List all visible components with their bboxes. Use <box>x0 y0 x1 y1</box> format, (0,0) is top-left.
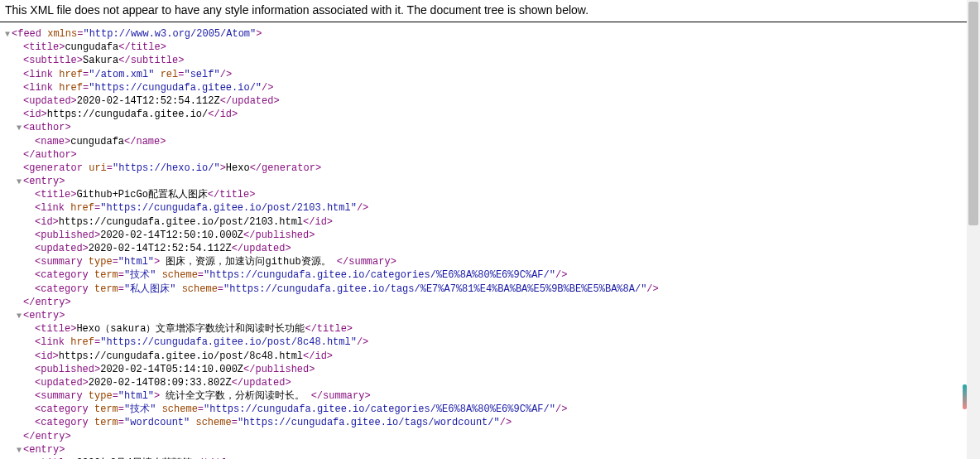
feed-open[interactable]: <feed <box>12 28 47 40</box>
entry-tag[interactable]: <entry> <box>23 310 65 321</box>
author-close[interactable]: </author> <box>23 149 77 161</box>
updated-text: 2020-02-14T12:52:54.112Z <box>77 95 220 107</box>
entry-title: Hexo（sakura）文章增添字数统计和阅读时长功能 <box>76 323 305 335</box>
collapse-toggle[interactable]: ▼ <box>3 29 12 41</box>
subtitle-tag[interactable]: <subtitle> <box>23 55 83 66</box>
xml-tree: ▼<feed xmlns="http://www.w3.org/2005/Ato… <box>0 27 980 459</box>
entry-tag[interactable]: <entry> <box>23 176 65 187</box>
generator-tag[interactable]: <generator <box>23 162 89 174</box>
link-tag[interactable]: <link <box>23 82 59 94</box>
scrollbar-thumb[interactable] <box>968 2 978 225</box>
divider <box>0 22 980 22</box>
entry-title: Github+PicGo配置私人图床 <box>76 189 207 201</box>
xml-notice: This XML file does not appear to have an… <box>0 0 980 20</box>
subtitle-text: Sakura <box>83 55 118 66</box>
name-tag[interactable]: <name> <box>35 136 70 147</box>
title-tag[interactable]: <title> <box>23 41 65 53</box>
attr-value: "http://www.w3.org/2005/Atom" <box>83 28 256 40</box>
title-text: cungudafa <box>65 41 118 53</box>
side-indicator-icon <box>963 384 967 409</box>
author-tag[interactable]: <author> <box>23 122 71 133</box>
id-tag[interactable]: <id> <box>23 109 47 120</box>
collapse-toggle[interactable]: ▼ <box>15 445 23 457</box>
name-text: cungudafa <box>70 136 124 147</box>
id-text: https://cungudafa.gitee.io/ <box>47 109 208 120</box>
entry-tag[interactable]: <entry> <box>23 444 65 456</box>
attr-name: xmlns <box>47 28 77 40</box>
scrollbar-vertical[interactable] <box>967 0 980 459</box>
collapse-toggle[interactable]: ▼ <box>15 176 23 188</box>
collapse-toggle[interactable]: ▼ <box>15 123 23 134</box>
updated-tag[interactable]: <updated> <box>23 95 77 107</box>
collapse-toggle[interactable]: ▼ <box>15 311 23 322</box>
link-tag[interactable]: <link <box>23 69 59 80</box>
